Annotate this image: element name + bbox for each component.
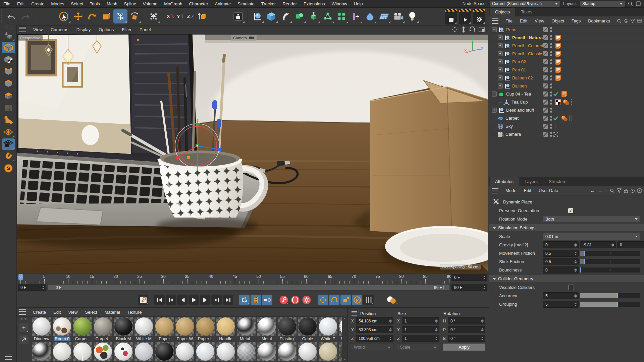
simulate-button[interactable]: S <box>2 163 15 174</box>
expand-toggle[interactable]: + <box>498 75 503 80</box>
lock-y-axis-button[interactable]: Y <box>176 10 186 23</box>
object-menu-view[interactable]: View <box>531 18 548 23</box>
goto-end-button[interactable] <box>223 295 233 305</box>
material-item[interactable]: Metal <box>257 317 276 341</box>
toolbar-grip[interactable] <box>1 10 3 23</box>
range-end-handle[interactable] <box>443 286 446 289</box>
material-label[interactable]: Cable <box>301 337 314 341</box>
material-label[interactable]: Plastic ( <box>279 337 296 341</box>
layer-chip[interactable] <box>543 67 548 72</box>
menu-character[interactable]: Character <box>185 1 211 6</box>
material-item[interactable]: Carpet - <box>93 317 113 341</box>
search-icon[interactable] <box>610 188 614 193</box>
object-name[interactable]: Ballpen <box>512 83 527 88</box>
material-thumbnail[interactable] <box>257 317 276 336</box>
material-label[interactable]: Paper W <box>176 337 194 341</box>
record-rotation-button[interactable] <box>329 295 339 305</box>
hamburger-icon[interactable] <box>492 18 498 24</box>
subdivision-surface-button[interactable] <box>292 9 307 23</box>
extrude-button[interactable] <box>307 9 321 23</box>
expand-toggle[interactable]: + <box>498 59 503 64</box>
movement-friction-slider[interactable] <box>580 251 640 256</box>
position-x-field[interactable]: 54.186 cm <box>356 317 393 324</box>
menu-tracker[interactable]: Tracker <box>258 1 279 6</box>
collider-geometry-header[interactable]: Collider Geometry <box>489 275 644 282</box>
viewport-menu-filter[interactable]: Filter <box>118 27 136 32</box>
open-material-button[interactable] <box>19 335 29 344</box>
material-thumbnail[interactable] <box>114 317 133 336</box>
timeline-ruler[interactable]: 051015202530354045505560657075808590 <box>18 274 449 284</box>
goto-next-key-button[interactable] <box>211 295 222 305</box>
filter-funnel-icon[interactable] <box>630 19 635 23</box>
visibility-dots[interactable] <box>550 100 552 105</box>
tweak-mode-button[interactable] <box>2 102 15 114</box>
grouping-field[interactable]: 5 <box>543 301 579 308</box>
object-row-ballpen-02[interactable]: +Ballpen 02 <box>489 74 644 82</box>
tab-attr-structure[interactable]: Structure <box>543 177 572 186</box>
poly-object-icon[interactable] <box>503 99 510 105</box>
tab-om-objects[interactable]: Objects <box>490 7 515 16</box>
material-item[interactable] <box>277 342 297 361</box>
bounciness-field[interactable]: 0 <box>543 266 579 274</box>
material-label[interactable]: White P <box>320 337 336 341</box>
material-item[interactable]: Handle <box>216 317 235 341</box>
position-z-field[interactable]: 100.958 cm <box>356 335 393 342</box>
gravity-y-field[interactable]: -9.81 <box>580 241 616 248</box>
material-item[interactable]: White P <box>318 317 338 341</box>
material-scrollbar[interactable]: ⌃⌄ <box>342 316 347 362</box>
rotation-p-field[interactable]: 0 ° <box>448 326 485 333</box>
note-tag[interactable] <box>555 67 561 73</box>
accuracy-slider[interactable] <box>580 293 640 298</box>
note-tag[interactable] <box>555 43 561 49</box>
polygon-mode-button[interactable] <box>2 90 15 102</box>
visibility-dots[interactable] <box>550 27 552 32</box>
workplane-lock-button[interactable] <box>2 138 15 150</box>
material-label[interactable]: Paper L <box>197 337 214 341</box>
visibility-dots[interactable] <box>550 132 552 137</box>
rotation-h-field[interactable]: 0 ° <box>448 317 485 324</box>
null-object-icon[interactable] <box>498 27 504 33</box>
record-scale-button[interactable] <box>340 295 351 305</box>
accuracy-field[interactable]: 5 <box>543 292 579 299</box>
object-row-pen-02[interactable]: +Pen 02 <box>489 58 644 66</box>
viewport-menu-cameras[interactable]: Cameras <box>47 27 72 32</box>
layer-chip[interactable] <box>543 83 548 88</box>
null-object-icon[interactable] <box>504 51 511 57</box>
material-thumbnail[interactable] <box>298 342 317 361</box>
material-item[interactable]: Paper <box>155 317 174 341</box>
material-thumbnail[interactable] <box>257 342 276 361</box>
node-space-select[interactable]: Current (Standard/Physical) <box>490 1 560 7</box>
object-name[interactable]: Pencil - Classic <box>512 51 542 56</box>
forward-arrow-icon[interactable]: → <box>598 188 603 193</box>
visibility-dots[interactable] <box>550 124 552 129</box>
add-material-button[interactable]: + <box>19 323 29 332</box>
material-menu-texture[interactable]: Texture <box>124 310 146 315</box>
tab-om-takes[interactable]: Takes <box>516 7 538 16</box>
menu-render[interactable]: Render <box>279 1 300 6</box>
panel-icon[interactable] <box>637 19 642 23</box>
null-object-icon[interactable] <box>504 43 511 49</box>
object-name[interactable]: Pen 02 <box>512 59 526 64</box>
object-row-ballpen[interactable]: +Ballpen <box>489 82 644 90</box>
menu-edit[interactable]: Edit <box>14 1 28 6</box>
material-thumbnail[interactable] <box>196 342 215 361</box>
axis-gizmo[interactable]: Y Z X <box>463 37 484 55</box>
note-tag[interactable] <box>555 35 561 41</box>
object-row-carpet[interactable]: Carpet <box>489 114 644 122</box>
viewport-menu-display[interactable]: Display <box>72 27 95 32</box>
material-item[interactable] <box>196 342 215 361</box>
object-name[interactable]: Tea Cup <box>512 100 528 105</box>
cube-object-icon[interactable] <box>498 91 504 97</box>
material-item[interactable]: White M <box>134 317 154 341</box>
material-thumbnail[interactable] <box>237 342 256 361</box>
cube-primitive-button[interactable] <box>264 9 278 23</box>
material-thumbnail[interactable] <box>135 317 153 336</box>
object-row-desk-and-stuff[interactable]: +Desk and stuff <box>489 106 644 114</box>
material-thumbnail[interactable] <box>155 317 174 336</box>
menu-animate[interactable]: Animate <box>212 1 234 6</box>
note-tag[interactable] <box>555 75 561 81</box>
hamburger-icon[interactable] <box>352 311 357 316</box>
goto-next-frame-button[interactable] <box>200 295 210 305</box>
stick-friction-field[interactable]: 0.5 <box>543 258 579 265</box>
null-object-icon[interactable] <box>504 35 511 41</box>
